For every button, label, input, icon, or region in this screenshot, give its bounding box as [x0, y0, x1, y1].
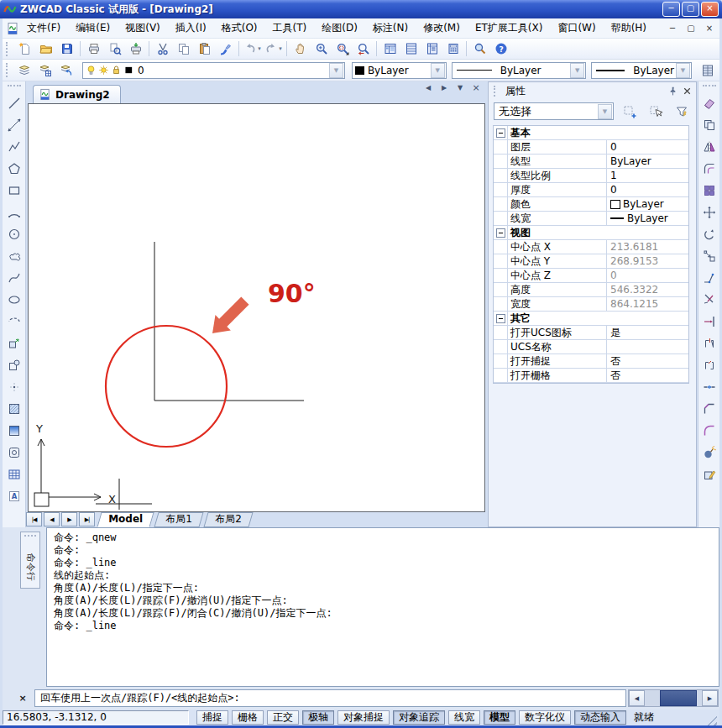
status-toggle-tablet[interactable]: 数字化仪: [519, 710, 571, 725]
menu-help[interactable]: 帮助(H): [604, 18, 654, 38]
status-toggle-otrack[interactable]: 对象追踪: [393, 710, 445, 725]
prop-value-cell[interactable]: ByLayer: [607, 212, 688, 224]
tool-plot-button[interactable]: [125, 39, 146, 59]
status-toggle-ortho[interactable]: 正交: [267, 710, 299, 725]
tool-zoom-previous-button[interactable]: [353, 39, 374, 59]
tool-table-button[interactable]: [3, 464, 24, 485]
scroll-right-icon[interactable]: ▶: [702, 690, 718, 706]
tool-copy-button[interactable]: [173, 39, 194, 59]
menu-insert[interactable]: 插入(I): [168, 18, 214, 38]
close-tab-button[interactable]: ×: [471, 84, 481, 92]
layout-nav-previous-button[interactable]: ◀: [44, 512, 60, 526]
tool-cut-button[interactable]: [152, 39, 173, 59]
tool-zoom-realtime-button[interactable]: [311, 39, 332, 59]
chevron-down-icon[interactable]: ▼: [570, 63, 584, 78]
tool-save-button[interactable]: [56, 39, 77, 59]
menu-express[interactable]: ET扩展工具(X): [468, 18, 551, 38]
menu-dimension[interactable]: 标注(N): [365, 18, 416, 38]
tool-sheet-set-manager-button[interactable]: [421, 39, 442, 59]
tool-match-properties-button[interactable]: [215, 39, 236, 59]
status-toggle-grid[interactable]: 栅格: [232, 710, 264, 725]
tool-undo-button[interactable]: ▾: [242, 39, 263, 59]
prop-value-cell[interactable]: 0: [607, 184, 688, 196]
tool-break-at-point-button[interactable]: [698, 333, 719, 354]
tool-chamfer-button[interactable]: [698, 398, 719, 420]
scroll-left-button[interactable]: ◀: [423, 84, 433, 92]
command-close-button[interactable]: ×: [16, 693, 29, 704]
maximize-button[interactable]: ▢: [682, 2, 699, 17]
mdi-close-button[interactable]: ×: [703, 24, 716, 33]
scroll-left-icon[interactable]: ◀: [629, 690, 645, 706]
collapse-icon[interactable]: [496, 228, 505, 238]
tool-region-button[interactable]: [3, 442, 24, 464]
tool-mtext-button[interactable]: A: [3, 485, 24, 507]
prop-value-cell[interactable]: 是: [607, 326, 688, 340]
prop-value-cell[interactable]: 268.9153: [607, 255, 688, 267]
command-input[interactable]: 回车使用上一次点/跟踪(F)/<线的起始点>:: [34, 689, 626, 707]
menu-view[interactable]: 视图(V): [118, 18, 168, 38]
mdi-minimize-button[interactable]: ─: [666, 24, 679, 33]
tool-move-button[interactable]: [698, 202, 719, 223]
tool-make-block-button[interactable]: [3, 354, 24, 376]
layer-combo[interactable]: 0 ▼: [82, 62, 345, 79]
tool-print-preview-button[interactable]: [104, 39, 125, 59]
tool-erase-button[interactable]: [698, 92, 719, 114]
tool-gradient-button[interactable]: [3, 420, 24, 442]
status-toggle-osnap[interactable]: 对象捕捉: [337, 710, 390, 725]
prop-value-cell[interactable]: 否: [607, 369, 688, 383]
status-toggle-polar[interactable]: 极轴: [302, 710, 334, 725]
palette-grip[interactable]: [24, 535, 36, 540]
tool-polyline-button[interactable]: [3, 136, 24, 158]
tool-array-button[interactable]: [698, 180, 719, 202]
tool-revision-cloud-button[interactable]: [3, 245, 24, 267]
linetype-combo[interactable]: ByLayer ▼: [452, 62, 586, 79]
tool-new-button[interactable]: [14, 39, 35, 59]
mdi-restore-button[interactable]: ▢: [684, 24, 698, 33]
prop-value-cell[interactable]: 否: [607, 354, 688, 369]
tool-select-objects-button[interactable]: [646, 102, 665, 121]
tool-help-button[interactable]: ?: [490, 39, 511, 59]
menu-format[interactable]: 格式(O): [214, 18, 265, 38]
menu-tools[interactable]: 工具(T): [265, 18, 315, 38]
chevron-down-icon[interactable]: ▼: [676, 63, 690, 78]
tool-tool-palettes-button[interactable]: [400, 39, 421, 59]
tool-quick-select-button[interactable]: [620, 102, 639, 121]
tool-insert-block-button[interactable]: [3, 333, 24, 354]
scrollbar-thumb[interactable]: [660, 690, 697, 706]
prop-value-cell[interactable]: 213.6181: [607, 241, 688, 253]
toolbar-grip[interactable]: [8, 85, 21, 90]
tool-layer-properties-button[interactable]: [14, 60, 35, 81]
drawing-canvas[interactable]: 90° Y X: [28, 103, 485, 512]
tool-quick-filter-button[interactable]: [672, 102, 691, 121]
layout-nav-first-button[interactable]: |◀: [26, 512, 42, 526]
scroll-right-button[interactable]: ▶: [439, 84, 449, 92]
tab-menu-button[interactable]: ▼: [455, 84, 465, 92]
layout-tab-0[interactable]: Model: [97, 512, 154, 527]
prop-value-cell[interactable]: ByLayer: [607, 198, 688, 210]
menu-edit[interactable]: 编辑(E): [68, 18, 118, 38]
tool-pan-button[interactable]: [290, 39, 311, 59]
tool-layer-states-button[interactable]: [35, 60, 56, 81]
menu-file[interactable]: 文件(F): [19, 18, 68, 38]
chevron-down-icon[interactable]: ▼: [431, 63, 445, 78]
layout-tab-1[interactable]: 布局1: [154, 512, 203, 527]
status-toggle-model[interactable]: 模型: [484, 710, 515, 725]
status-toggle-lineweight[interactable]: 线宽: [448, 710, 480, 725]
palette-grip[interactable]: [494, 86, 499, 97]
tool-break-button[interactable]: [698, 354, 719, 376]
toolbar-grip[interactable]: [6, 63, 11, 77]
tool-find-button[interactable]: [469, 39, 490, 59]
close-button[interactable]: ×: [701, 2, 719, 17]
toolbar-grip[interactable]: [6, 42, 11, 56]
tool-extend-button[interactable]: [698, 311, 719, 333]
tool-properties-toggle-button[interactable]: [697, 60, 718, 81]
prop-value-cell[interactable]: 546.3322: [607, 284, 688, 296]
tool-arc-button[interactable]: [3, 202, 24, 223]
tool-hatch-button[interactable]: [3, 398, 24, 420]
selection-filter-combo[interactable]: 无选择 ▼: [494, 102, 614, 120]
layout-nav-last-button[interactable]: ▶|: [79, 512, 95, 526]
tool-circle-button[interactable]: [3, 223, 24, 245]
tool-mirror-button[interactable]: [698, 136, 719, 158]
toolbar-grip[interactable]: [703, 85, 716, 90]
chevron-down-icon[interactable]: ▾: [258, 45, 261, 52]
